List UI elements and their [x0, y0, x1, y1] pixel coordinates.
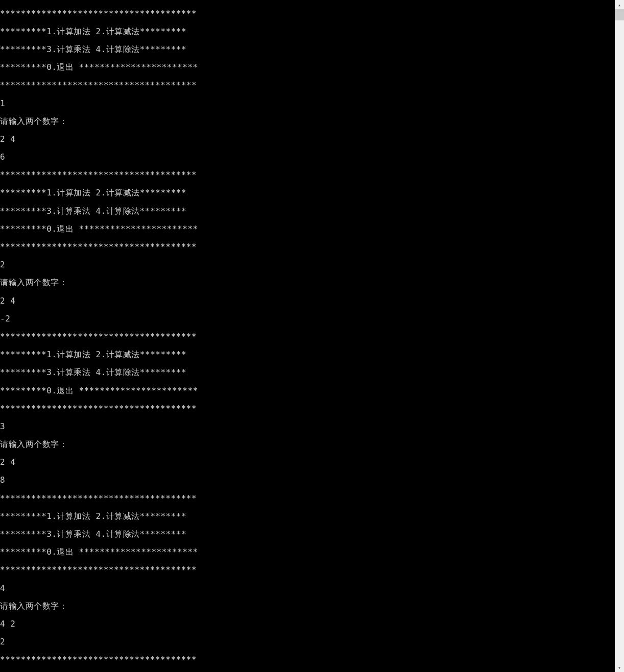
menu-option-line1: *********1.计算加法 2.计算减法********* [0, 188, 615, 197]
arrow-up-icon: ▴ [618, 2, 621, 8]
menu-border: ************************************** [0, 565, 615, 575]
menu-option-line3: *********0.退出 *********************** [0, 547, 615, 557]
menu-border: ************************************** [0, 655, 615, 664]
vertical-scrollbar[interactable]: ▴ ▾ [615, 0, 624, 672]
input-prompt: 请输入两个数字： [0, 117, 615, 126]
user-input: 2 4 [0, 458, 615, 467]
input-prompt: 请输入两个数字： [0, 278, 615, 287]
menu-border: ************************************** [0, 404, 615, 413]
menu-option-line2: *********3.计算乘法 4.计算除法********* [0, 530, 615, 539]
menu-option-line3: *********0.退出 *********************** [0, 386, 615, 395]
menu-option-line2: *********3.计算乘法 4.计算除法********* [0, 368, 615, 377]
user-choice: 3 [0, 422, 615, 431]
user-input: 2 4 [0, 296, 615, 306]
menu-option-line2: *********3.计算乘法 4.计算除法********* [0, 207, 615, 216]
menu-option-line1: *********1.计算加法 2.计算减法********* [0, 512, 615, 521]
result-output: 6 [0, 153, 615, 162]
user-choice: 1 [0, 99, 615, 108]
menu-border: ************************************** [0, 170, 615, 180]
menu-option-line1: *********1.计算加法 2.计算减法********* [0, 350, 615, 359]
menu-option-line3: *********0.退出 *********************** [0, 63, 615, 72]
user-choice: 4 [0, 584, 615, 593]
user-input: 4 2 [0, 619, 615, 629]
menu-border: ************************************** [0, 81, 615, 90]
menu-border: ************************************** [0, 242, 615, 252]
result-output: -2 [0, 314, 615, 323]
menu-option-line1: *********1.计算加法 2.计算减法********* [0, 27, 615, 36]
menu-border: ************************************** [0, 9, 615, 18]
scrollbar-thumb[interactable] [615, 9, 624, 20]
scroll-down-arrow-icon[interactable]: ▾ [615, 663, 624, 672]
menu-option-line3: *********0.退出 *********************** [0, 225, 615, 234]
result-output: 8 [0, 476, 615, 485]
menu-border: ************************************** [0, 332, 615, 341]
scroll-up-arrow-icon[interactable]: ▴ [615, 0, 624, 9]
user-input: 2 4 [0, 135, 615, 144]
input-prompt: 请输入两个数字： [0, 440, 615, 449]
arrow-down-icon: ▾ [618, 665, 621, 670]
user-choice: 2 [0, 260, 615, 269]
result-output: 2 [0, 637, 615, 646]
input-prompt: 请输入两个数字： [0, 602, 615, 611]
console-output: ************************************** *… [0, 0, 615, 672]
menu-option-line2: *********3.计算乘法 4.计算除法********* [0, 45, 615, 54]
menu-border: ************************************** [0, 494, 615, 503]
